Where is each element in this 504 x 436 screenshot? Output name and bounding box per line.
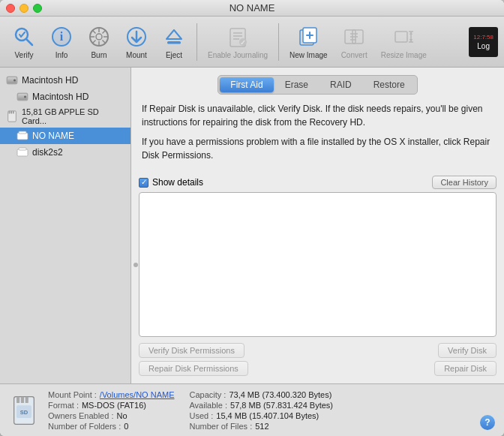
toolbar-separator-2 [278, 23, 279, 61]
folders-label: Number of Folders : [48, 422, 121, 431]
new-image-label: New Image [290, 51, 328, 59]
folders-row: Number of Folders : 0 [48, 422, 174, 431]
sd-card-icon [6, 110, 18, 122]
action-buttons-row: Verify Disk Permissions Verify Disk [139, 343, 496, 358]
window-title: NO NAME [230, 2, 275, 14]
eject-label: Eject [166, 51, 182, 59]
sidebar-item-label: disk2s2 [32, 147, 63, 158]
resize-image-label: Resize Image [381, 51, 427, 59]
owners-row: Owners Enabled : No [48, 411, 174, 420]
new-image-icon [296, 25, 320, 49]
svg-rect-50 [13, 111, 14, 114]
mount-icon [124, 25, 148, 49]
svg-text:✓: ✓ [240, 39, 246, 47]
burn-button[interactable]: Burn [81, 22, 117, 62]
svg-rect-52 [19, 131, 26, 134]
files-label: Number of Files : [189, 422, 252, 431]
help-button[interactable]: ? [480, 415, 495, 430]
status-device-icon: SD [9, 395, 39, 425]
journaling-label: Enable Journaling [208, 51, 268, 59]
sidebar-item-label: Macintosh HD [32, 92, 88, 102]
verify-disk-permissions-button[interactable]: Verify Disk Permissions [139, 343, 244, 358]
burn-label: Burn [91, 51, 106, 59]
tab-first-aid[interactable]: First Aid [220, 77, 273, 92]
files-row: Number of Files : 512 [189, 422, 333, 431]
info-text-2: If you have a permissions problem with a… [142, 135, 494, 162]
tab-group: First Aid Erase RAID Restore [218, 75, 417, 95]
hd-icon [6, 74, 18, 86]
tab-restore[interactable]: Restore [363, 77, 416, 92]
mount-label: Mount [126, 51, 147, 59]
sidebar-item-macintosh-hd-parent[interactable]: Macintosh HD [0, 72, 130, 89]
sidebar-item-label: Macintosh HD [22, 75, 78, 86]
used-label: Used : [189, 411, 213, 420]
svg-rect-54 [19, 148, 26, 150]
new-image-button[interactable]: New Image [284, 22, 334, 62]
folders-value: 0 [124, 422, 128, 431]
info-label: Info [56, 51, 68, 59]
log-time: 12:7:58 [473, 34, 494, 41]
sidebar-item-label: 15,81 GB APPLE SD Card... [22, 107, 124, 125]
volume-icon [16, 130, 28, 142]
svg-line-13 [93, 30, 96, 33]
scroll-indicator [134, 263, 138, 267]
sidebar-item-no-name[interactable]: NO NAME [0, 128, 130, 144]
action-buttons-row-2: Repair Disk Permissions Repair Disk [139, 361, 496, 376]
mount-button[interactable]: Mount [118, 22, 154, 62]
hd-small-icon [16, 91, 28, 103]
svg-rect-58 [26, 396, 28, 402]
eject-button[interactable]: Eject [156, 22, 192, 62]
repair-disk-permissions-button[interactable]: Repair Disk Permissions [139, 361, 248, 376]
maximize-button[interactable] [33, 4, 42, 13]
tabs-container: First Aid Erase RAID Restore [139, 75, 496, 95]
sidebar: Macintosh HD Macintosh HD [0, 68, 131, 383]
eject-icon [162, 25, 186, 49]
clear-history-button[interactable]: Clear History [432, 176, 496, 189]
tab-raid[interactable]: RAID [320, 77, 362, 92]
burn-icon [87, 25, 111, 49]
svg-line-3 [21, 32, 25, 37]
disk-icon [16, 146, 28, 158]
svg-point-8 [96, 34, 102, 40]
show-details-label: Show details [152, 177, 203, 188]
info-button[interactable]: i Info [44, 22, 80, 62]
traffic-lights [6, 4, 42, 13]
svg-point-43 [14, 80, 16, 82]
main-content: Macintosh HD Macintosh HD [0, 68, 504, 383]
svg-rect-57 [21, 396, 24, 402]
mount-point-value[interactable]: /Volumes/NO NAME [100, 390, 175, 399]
sidebar-item-macintosh-hd-child[interactable]: Macintosh HD [0, 89, 130, 105]
used-row: Used : 15,4 MB (15.407.104 Bytes) [189, 411, 333, 420]
repair-disk-button[interactable]: Repair Disk [434, 361, 496, 376]
enable-journaling-button[interactable]: ✓ Enable Journaling [202, 22, 274, 62]
svg-rect-56 [16, 396, 20, 402]
available-value: 57,8 MB (57.831.424 Bytes) [230, 401, 333, 410]
format-row: Format : MS-DOS (FAT16) [48, 401, 174, 410]
verify-disk-button[interactable]: Verify Disk [438, 343, 496, 358]
capacity-label: Capacity : [189, 390, 226, 399]
journaling-icon: ✓ [226, 25, 250, 49]
show-details-checkbox[interactable]: ✓ [139, 178, 148, 188]
owners-label: Owners Enabled : [48, 411, 113, 420]
resize-image-button[interactable]: Resize Image [375, 22, 433, 62]
info-col-right: Capacity : 73,4 MB (73.400.320 Bytes) Av… [189, 390, 333, 431]
show-details-left: ✓ Show details [139, 177, 203, 188]
minimize-button[interactable] [20, 4, 28, 13]
available-label: Available : [189, 401, 227, 410]
show-details-row: ✓ Show details Clear History [139, 176, 496, 189]
verify-label: Verify [14, 51, 33, 59]
convert-button[interactable]: Convert [335, 22, 374, 62]
sidebar-item-disk2s2[interactable]: disk2s2 [0, 144, 130, 161]
tab-erase[interactable]: Erase [274, 77, 319, 92]
log-button[interactable]: 12:7:58 Log [469, 27, 498, 57]
verify-button[interactable]: Verify [6, 22, 42, 62]
svg-line-1 [26, 39, 32, 45]
used-value: 15,4 MB (15.407.104 Bytes) [216, 411, 319, 420]
sidebar-item-sd-card[interactable]: 15,81 GB APPLE SD Card... [0, 105, 130, 128]
info-text-1: If Repair Disk is unavailable, click Ver… [142, 102, 494, 129]
close-button[interactable] [6, 4, 15, 13]
convert-label: Convert [341, 51, 368, 59]
convert-icon [342, 25, 366, 49]
svg-line-16 [103, 40, 106, 43]
svg-rect-48 [9, 111, 10, 114]
